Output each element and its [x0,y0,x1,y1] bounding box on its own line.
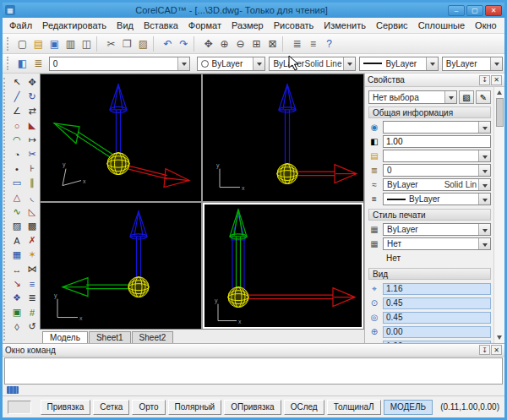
point-icon[interactable]: • [9,161,25,176]
status-esnap[interactable]: ОПривязка [224,400,281,415]
lineweight-property-combobox[interactable]: ByLayer [383,193,491,205]
status-polar[interactable]: Полярный [168,400,222,415]
stretch-icon[interactable]: ↦ [25,133,40,147]
text-icon[interactable]: A [9,233,25,248]
zoom-window-icon[interactable]: ⊞ [248,35,264,52]
keyboard-icon[interactable] [7,386,19,394]
view-value-field[interactable]: 1.16 [383,283,491,295]
scroll-down-icon[interactable] [495,332,504,343]
leader-icon[interactable]: ↘ [9,276,25,291]
mirror-icon[interactable]: ⇄ [25,104,40,118]
erase-icon[interactable]: ✗ [25,233,40,248]
linetype-combobox[interactable]: ByLayerSolid Line [269,57,356,71]
layer-property-combobox[interactable]: 0 [383,164,491,177]
view-value-field[interactable]: 0.00 [383,326,491,338]
section-general[interactable]: Общая информация [368,106,491,118]
array-icon[interactable]: ▩ [25,219,40,233]
section-view[interactable]: Вид [368,268,491,280]
rotate-icon[interactable]: ↻ [25,90,40,104]
arc-icon[interactable]: ◠ [9,133,25,147]
scroll-up-icon[interactable] [495,87,504,98]
viewport-side[interactable]: x y [41,203,201,330]
status-ortho[interactable]: Орто [132,400,165,415]
units-combobox[interactable] [383,121,491,134]
explode-icon[interactable]: ✶ [25,248,40,262]
move-icon[interactable]: ✥ [25,75,40,90]
hatch-icon[interactable]: ▨ [9,219,25,233]
edit-properties-button[interactable]: ✎ [476,90,491,104]
join-icon[interactable]: ⋈ [25,262,40,276]
menu-item[interactable]: Справка [502,19,507,32]
redo-icon[interactable]: ↷ [176,35,192,52]
offset-icon[interactable]: ∥ [25,176,40,190]
cut-icon[interactable]: ✂ [103,35,119,52]
menu-item[interactable]: Редактировать [37,19,112,32]
pin-icon[interactable]: ↧ [479,345,490,355]
menu-item[interactable]: Файл [4,19,37,32]
pan-icon[interactable]: ✥ [200,35,216,52]
linestyle-combobox[interactable]: ByLayer [442,57,503,71]
tab-sheet2[interactable]: Sheet2 [132,331,174,343]
tab-sheet1[interactable]: Sheet1 [89,331,131,343]
measure-icon[interactable]: # [25,305,40,319]
open-icon[interactable]: ▤ [30,35,46,52]
section-print-style[interactable]: Стиль печати [368,209,491,221]
color-combobox[interactable]: ByLayer [197,57,266,71]
entity-properties-icon[interactable]: ≡ [25,276,40,291]
menu-item[interactable]: Формат [183,19,226,32]
lineweight-combobox[interactable]: ByLayer [359,57,438,71]
tab-model[interactable]: Модель [42,331,88,343]
spline-icon[interactable]: ∿ [9,205,25,219]
toolbar-separator[interactable] [96,36,101,52]
toolbar-drag-handle[interactable] [7,57,12,70]
ellipse-icon[interactable]: ◔ [9,147,25,161]
print-style-combobox[interactable]: ByLayer [383,223,491,236]
status-etrack[interactable]: ОСлед [284,400,324,415]
menu-item[interactable]: Вид [112,19,139,32]
scale-icon[interactable]: ◣ [25,118,40,133]
dimension-icon[interactable]: ↔ [9,262,25,276]
menu-item[interactable]: Сервис [371,19,413,32]
chamfer-icon[interactable]: ◺ [25,205,40,219]
menu-item[interactable]: Вставка [139,19,183,32]
paste-icon[interactable]: ▨ [135,35,151,52]
toolbar-separator[interactable] [153,36,158,52]
region-icon[interactable]: ◊ [9,319,25,334]
zoom-out-icon[interactable]: ⊖ [232,35,248,52]
toolbox-drag-handle[interactable] [3,78,8,341]
pin-icon[interactable]: ↧ [479,75,490,85]
save-icon[interactable]: ▣ [46,35,63,52]
layers-manager-icon[interactable]: ≣ [289,35,305,52]
selection-combobox[interactable]: Нет выбора [368,90,457,104]
layer-tools-icon[interactable]: ≣ [25,291,40,305]
polyline-icon[interactable]: ∠ [9,104,25,118]
print-icon[interactable]: ▥ [63,35,79,52]
select-entities-button[interactable]: ▧ [459,90,474,104]
linetype-property-combobox[interactable]: ByLayerSolid Lin [383,178,491,191]
print-table-combobox[interactable]: Нет [383,237,491,250]
menu-item[interactable]: Размер [226,19,269,32]
material-combobox[interactable] [383,150,491,162]
extend-icon[interactable]: ⊦ [25,161,40,176]
properties-toggle-icon[interactable]: ≡ [305,35,321,52]
status-model[interactable]: МОДЕЛЬ [384,400,433,415]
status-lineweight[interactable]: ТолщинаЛ [327,400,381,415]
maximize-button[interactable]: ▢ [466,5,483,16]
status-grid[interactable]: Сетка [93,400,129,415]
linetype-scale-field[interactable]: 1.00 [383,135,491,148]
close-button[interactable]: ✕ [485,5,502,16]
toolbar-drag-handle[interactable] [7,37,12,51]
panel-close-icon[interactable]: ✕ [491,345,502,355]
toolbar-separator[interactable] [194,36,199,52]
command-history-area[interactable] [4,357,503,385]
new-icon[interactable]: ▢ [14,35,30,52]
menu-item[interactable]: Сплошные [413,19,470,32]
line-icon[interactable]: ╱ [9,90,25,104]
print-preview-icon[interactable]: ◫ [79,35,95,52]
menu-item[interactable]: Изменить [319,19,371,32]
scroll-thumb[interactable] [496,98,504,127]
status-snap[interactable]: Привязка [41,400,91,415]
viewport-active[interactable]: x y [203,203,363,330]
layer-combobox[interactable]: 0 [49,57,190,71]
copy-icon[interactable]: ❐ [119,35,135,52]
